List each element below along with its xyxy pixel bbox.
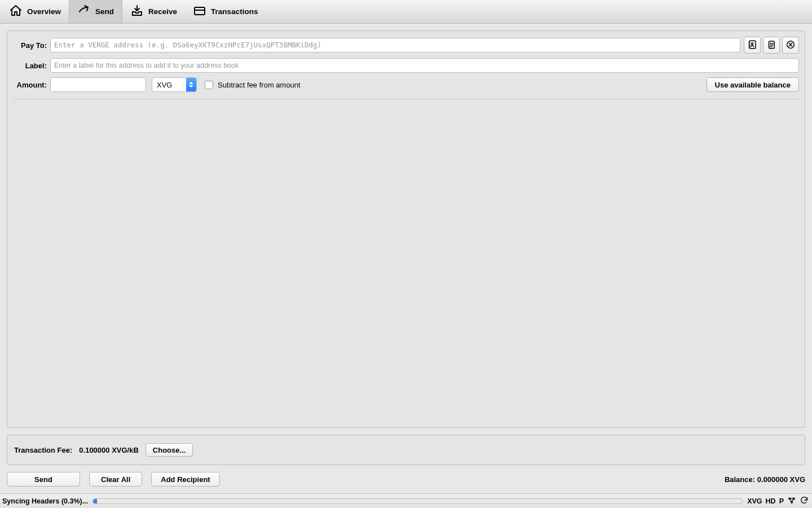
status-hd: HD (766, 497, 776, 505)
status-proxy: P (779, 497, 784, 505)
tab-receive[interactable]: Receive (122, 0, 185, 23)
clear-all-button[interactable]: Clear All (89, 472, 142, 487)
sync-spinner-icon (800, 496, 809, 506)
unit-value: XVG (152, 81, 186, 89)
clipboard-icon (766, 40, 776, 51)
address-book-button[interactable] (744, 37, 761, 54)
tab-overview[interactable]: Overview (1, 0, 69, 23)
tab-send[interactable]: Send (69, 0, 122, 23)
amount-row: Amount: ▲ ▼ XVG Subtract fee from amount (13, 77, 799, 92)
status-ticker: XVG (747, 497, 762, 505)
network-icon (787, 496, 796, 506)
clear-address-button[interactable] (782, 37, 799, 54)
select-stepper-icon (186, 78, 196, 91)
tab-transactions[interactable]: Transactions (185, 0, 266, 23)
use-available-balance-button[interactable]: Use available balance (707, 77, 799, 92)
svg-rect-0 (195, 7, 205, 15)
label-row: Label: (13, 58, 799, 73)
checkbox-box-icon (205, 81, 213, 89)
tab-label: Receive (148, 7, 177, 16)
receive-inbox-icon (130, 4, 144, 19)
amount-label: Amount: (13, 81, 50, 89)
fee-label: Transaction Fee: (14, 446, 72, 454)
close-circle-icon (785, 40, 796, 51)
svg-point-2 (751, 42, 753, 44)
unit-select[interactable]: XVG (152, 77, 197, 92)
payto-input[interactable] (50, 38, 740, 52)
bottom-actions: Send Clear All Add Recipient Balance: 0.… (7, 472, 805, 487)
main-toolbar: Overview Send Receive Transactions (0, 0, 812, 24)
sync-status-text: Syncing Headers (0.3%)... (2, 497, 88, 505)
balance-display: Balance: 0.000000 XVG (725, 475, 805, 484)
home-icon (9, 4, 23, 19)
tab-label: Send (95, 7, 114, 16)
recipient-divider (13, 99, 799, 99)
label-label: Label: (13, 62, 50, 70)
card-icon (193, 4, 206, 19)
send-page: Pay To: (0, 24, 812, 493)
payto-actions (744, 37, 799, 54)
fee-panel: Transaction Fee: 0.100000 XVG/kB Choose.… (7, 435, 805, 465)
sync-progress-fill (93, 499, 97, 503)
add-recipient-button[interactable]: Add Recipient (151, 472, 219, 487)
subtract-fee-checkbox[interactable]: Subtract fee from amount (205, 81, 301, 89)
balance-value: 0.000000 XVG (757, 475, 805, 484)
fee-value: 0.100000 XVG/kB (79, 446, 139, 454)
paste-button[interactable] (763, 37, 780, 54)
amount-input[interactable] (51, 78, 146, 91)
payto-row: Pay To: (13, 37, 799, 54)
label-input[interactable] (50, 58, 799, 73)
status-indicators: XVG HD P (747, 496, 809, 506)
address-book-icon (747, 40, 757, 51)
tab-label: Transactions (211, 7, 258, 16)
payto-label: Pay To: (13, 41, 50, 50)
recipient-panel: Pay To: (7, 30, 805, 428)
send-arrow-icon (77, 4, 91, 19)
amount-spinbox[interactable]: ▲ ▼ (50, 77, 146, 92)
tab-label: Overview (27, 7, 61, 16)
send-button[interactable]: Send (7, 472, 80, 487)
subtract-fee-label: Subtract fee from amount (218, 81, 301, 89)
balance-label: Balance: (725, 475, 755, 484)
status-bar: Syncing Headers (0.3%)... XVG HD P (0, 493, 812, 508)
sync-progress-bar (92, 498, 743, 504)
choose-fee-button[interactable]: Choose... (145, 443, 193, 457)
